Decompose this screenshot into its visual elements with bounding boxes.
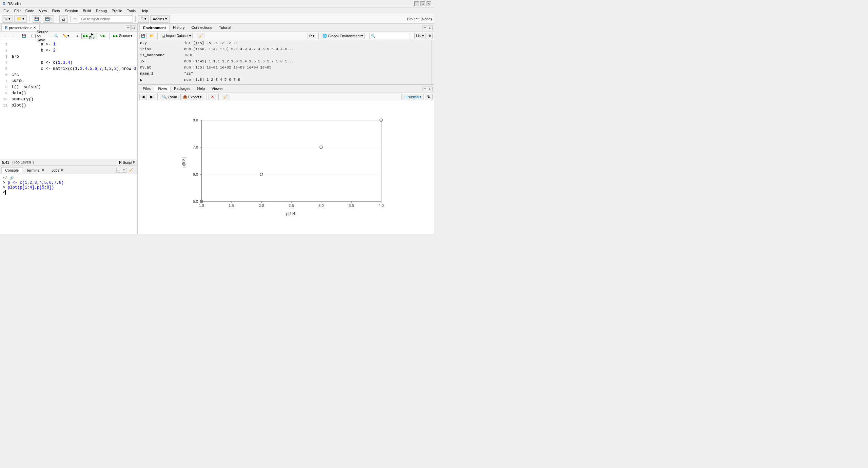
tab-console[interactable]: Console [1, 167, 22, 173]
tab-help[interactable]: Help [194, 86, 208, 92]
line-code-6[interactable]: c*c [10, 73, 137, 77]
search-button[interactable]: 🔍 [53, 33, 60, 39]
save-all-button[interactable]: 💾+ [43, 15, 54, 23]
publish-button[interactable]: ↑ Publish ▾ [401, 94, 424, 100]
plot-forward-button[interactable]: ▶ [148, 94, 155, 100]
source-on-save-checkbox[interactable] [32, 34, 36, 38]
spellcheck-button[interactable]: ✏️ ▾ [61, 33, 71, 39]
import-dataset-button[interactable]: 📊 Import Dataset ▾ [160, 33, 193, 39]
addins-button[interactable]: Addins ▾ [150, 15, 170, 23]
plots-maximize-button[interactable]: □ [428, 86, 433, 91]
console-input-line[interactable]: > [3, 190, 135, 195]
env-scrollbar[interactable] [431, 40, 434, 84]
refresh-plots-button[interactable]: ↻ [425, 94, 433, 100]
new-file-button[interactable]: ⊕ ▾ [2, 15, 13, 23]
svg-text:8.0: 8.0 [193, 118, 198, 122]
scope-dropdown-icon[interactable]: ⇕ [32, 160, 35, 164]
env-maximize-button[interactable]: □ [428, 25, 433, 30]
delete-plot-button[interactable]: ✕ [209, 94, 216, 100]
format-button[interactable]: ≡ [75, 33, 80, 39]
menu-file[interactable]: File [1, 8, 12, 13]
tab-jobs[interactable]: Jobs ✕ [48, 167, 67, 173]
console-links-icon: 🔗 [9, 176, 14, 180]
editor-sep6 [136, 33, 136, 39]
svg-text:p[1:4]: p[1:4] [286, 211, 296, 216]
tab-tutorial[interactable]: Tutorial [216, 25, 235, 31]
editor-maximize-button[interactable]: □ [131, 25, 136, 30]
env-minimize-button[interactable]: ─ [422, 25, 427, 30]
source-dropdown: ▾ [131, 34, 132, 38]
menu-code[interactable]: Code [23, 8, 36, 13]
load-workspace-button[interactable]: 📂 [148, 33, 155, 39]
menu-view[interactable]: View [37, 8, 49, 13]
import-dropdown-icon: ▾ [189, 34, 191, 38]
minimize-button[interactable]: ─ [414, 1, 419, 6]
list-view-button[interactable]: List ▾ [414, 33, 426, 39]
maximize-button[interactable]: □ [420, 1, 425, 6]
menu-build[interactable]: Build [81, 8, 93, 13]
env-search-input[interactable] [369, 33, 410, 39]
refresh-env-button[interactable]: ↻ [427, 33, 433, 39]
run-button[interactable]: ▶▶ ▶ Run [81, 33, 97, 39]
console-content[interactable]: ~/ 🔗 > p <- c(1,2,3,4,5,6,7,8) > plot(p[… [0, 174, 137, 234]
open-file-button[interactable]: 📁 ▾ [14, 15, 27, 23]
menu-edit[interactable]: Edit [12, 8, 23, 13]
tab-packages[interactable]: Packages [171, 86, 194, 92]
jobs-close-icon[interactable]: ✕ [60, 168, 63, 172]
menu-debug[interactable]: Debug [94, 8, 109, 13]
print-button[interactable]: 🖨 [59, 15, 68, 23]
line-code-9[interactable]: data() [10, 91, 137, 96]
export-button[interactable]: 📤 Export ▾ [180, 94, 204, 100]
line-code-11[interactable]: plot() [10, 103, 137, 108]
tab-close-icon[interactable]: ✕ [33, 26, 36, 30]
menu-session[interactable]: Session [63, 8, 80, 13]
menu-profile[interactable]: Profile [110, 8, 124, 13]
tab-history[interactable]: History [170, 25, 188, 31]
tab-terminal[interactable]: Terminal ✕ [22, 167, 48, 173]
r-version-dropdown[interactable]: R ▾ [308, 33, 316, 39]
publish-icon: ↑ [404, 95, 406, 99]
menu-help[interactable]: Help [138, 8, 150, 13]
save-button[interactable]: 💾 [32, 15, 41, 23]
source-button[interactable]: ▶▶ Source ▾ [111, 33, 134, 39]
rerun-button[interactable]: ↻▶ [98, 33, 107, 39]
env-sep2 [195, 33, 195, 39]
close-button[interactable]: ✕ [427, 1, 431, 6]
clear-plots-button[interactable]: 🧹 [221, 94, 230, 100]
console-maximize-button[interactable]: □ [122, 168, 126, 173]
tab-files[interactable]: Files [139, 86, 154, 92]
layout-button[interactable]: ⊞ ▾ [138, 15, 149, 23]
console-minimize-button[interactable]: ─ [116, 168, 121, 173]
plots-minimize-button[interactable]: ─ [422, 86, 427, 91]
console-clear-button[interactable]: 🧹 [127, 167, 135, 173]
back-button[interactable]: ← [1, 33, 8, 39]
forward-button[interactable]: → [9, 33, 16, 39]
zoom-button[interactable]: 🔍 Zoom [160, 94, 179, 100]
script-type-dropdown[interactable]: ⇕ [132, 160, 135, 164]
line-code-10[interactable]: summary() [10, 97, 137, 102]
goto-input[interactable] [79, 15, 133, 23]
tab-viewer[interactable]: Viewer [208, 86, 226, 92]
r-file-icon: R [5, 26, 7, 30]
editor-section: R presentation.r ✕ ─ □ ← → 💾 [0, 24, 137, 166]
menu-plots[interactable]: Plots [50, 8, 62, 13]
line-code-8[interactable]: t() solve() [10, 85, 137, 90]
editor-content: 1 a <- 1 2 b <- 2 3 a+b 4 [0, 40, 137, 159]
plots-tab-bar: Files Plots Packages Help Viewer ─ □ [138, 85, 434, 93]
global-env-dropdown[interactable]: 🌐 Global Environment ▾ [321, 33, 365, 39]
line-code-7[interactable]: c%*%c [10, 79, 137, 83]
plot-back-button[interactable]: ◀ [139, 94, 147, 100]
tab-plots[interactable]: Plots [154, 86, 171, 92]
save-workspace-button[interactable]: 💾 [139, 33, 147, 39]
editor-save-button[interactable]: 💾 [20, 33, 27, 39]
line-num-9: 9 [0, 91, 10, 95]
source-label: Source [119, 34, 130, 38]
editor-minimize-button[interactable]: ─ [126, 25, 131, 30]
terminal-close-icon[interactable]: ✕ [41, 168, 44, 172]
tab-connections[interactable]: Connections [188, 25, 215, 31]
plots-sep2 [206, 94, 206, 100]
clear-env-button[interactable]: 🧹 [197, 33, 204, 39]
tab-environment[interactable]: Environment [139, 25, 170, 31]
menu-tools[interactable]: Tools [125, 8, 138, 13]
console-prompt: > [3, 190, 5, 195]
